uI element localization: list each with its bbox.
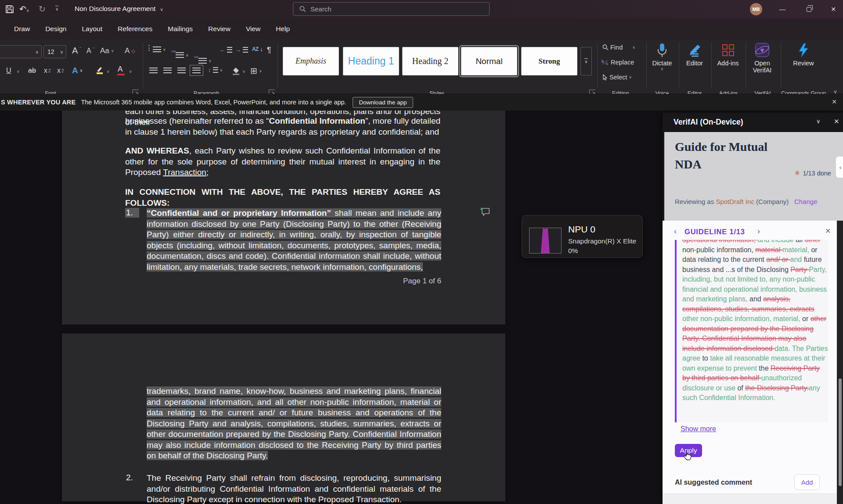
open-verifai-button[interactable]: ▼ Open VerifAI [746, 43, 778, 74]
restore-button[interactable] [799, 0, 818, 18]
document-page-2[interactable]: trademarks, brand name, know-how, busine… [62, 333, 505, 501]
clear-formatting-button[interactable]: A◇ [125, 46, 135, 55]
guide-progress: ✳ 1/13 done [794, 169, 831, 177]
banner-close-icon[interactable]: ✕ [832, 98, 837, 105]
tab-mailings[interactable]: Mailings [167, 23, 194, 35]
dictate-options-icon[interactable]: ∨ [646, 67, 678, 71]
highlight-color-button[interactable] [95, 66, 104, 76]
font-size-combo[interactable]: 12∨ [43, 45, 66, 58]
replace-button[interactable]: bc Replace [602, 59, 634, 66]
dictate-button[interactable]: Dictate ∨ [646, 43, 678, 71]
panel-scrollbar-track[interactable] [837, 221, 843, 504]
group-separator [143, 42, 143, 88]
close-button[interactable]: ✕ [824, 0, 843, 18]
diff-unchanged-text: all [796, 240, 804, 243]
increase-indent-button[interactable]: → [235, 46, 248, 53]
addins-button[interactable]: Add-ins [712, 43, 744, 67]
diff-deleted-text: Party [790, 266, 809, 273]
guideline-close-icon[interactable]: ✕ [825, 227, 831, 235]
verifai-panel-header: VerifAI (On-Device) ∨ ✕ [663, 113, 843, 132]
align-justify-button[interactable] [192, 68, 201, 73]
style-heading2[interactable]: Heading 2 [402, 47, 458, 75]
quick-access-more-icon[interactable]: ∨ [55, 6, 58, 11]
undo-button[interactable]: ↶∨ [19, 0, 29, 20]
shading-button[interactable] [232, 67, 240, 77]
find-button[interactable]: Find∨ [602, 44, 635, 51]
page-number-footer: Page 1 of 6 [403, 277, 441, 286]
highlight-options-icon[interactable]: ∨ [107, 69, 110, 74]
guide-summary-card: Guide for Mutual NDA ✳ 1/13 done Reviewi… [664, 132, 843, 221]
pilcrow-button[interactable]: ¶ [267, 46, 271, 55]
change-entity-link[interactable]: Change [794, 198, 818, 205]
add-comment-button[interactable]: Add [794, 474, 820, 490]
align-left-button[interactable] [149, 68, 158, 73]
underline-button[interactable]: U [6, 67, 11, 75]
font-color-options-icon[interactable]: ∨ [129, 69, 132, 74]
tab-review[interactable]: Review [207, 23, 231, 35]
tab-layout[interactable]: Layout [81, 23, 103, 35]
select-button[interactable]: Select∨ [602, 74, 632, 81]
diff-unchanged-text: the [759, 365, 771, 372]
shading-options-icon[interactable]: ∨ [242, 69, 245, 74]
panel-expand-button[interactable]: ‹ [836, 157, 843, 178]
guideline-prev-icon[interactable]: ‹ [674, 227, 677, 236]
download-app-button[interactable]: Download the app [353, 97, 414, 108]
avatar[interactable]: MB [750, 3, 762, 15]
font-color-button[interactable]: A [118, 65, 122, 74]
redo-button[interactable]: ↻ [39, 0, 46, 18]
tab-draw[interactable]: Draw [13, 23, 31, 35]
ribbon-content: ∨ 12∨ Aˆ Aˇ Aa∨ A◇ U ∨ ab x2 x2 A∨ ∨ A ∨… [0, 39, 843, 94]
tab-help[interactable]: Help [275, 23, 291, 35]
decrease-indent-button[interactable]: ← [220, 46, 232, 53]
underline-options-icon[interactable]: ∨ [17, 69, 20, 74]
review-command-button[interactable]: Review [788, 43, 819, 67]
align-center-button[interactable] [163, 68, 172, 73]
clause-2-text[interactable]: The Receiving Party shall refrain from d… [147, 473, 441, 504]
panel-collapse-icon[interactable]: ∨ [816, 118, 821, 125]
borders-button[interactable]: ⊞∨ [250, 66, 262, 76]
clause-1-continuation-text[interactable]: trademarks, brand name, know-how, busine… [147, 386, 441, 461]
align-right-button[interactable] [177, 68, 186, 73]
text-effects-button[interactable]: A∨ [72, 66, 83, 75]
sort-button[interactable]: AZ↓ [252, 46, 263, 53]
minimize-button[interactable]: — [773, 0, 792, 18]
progress-text: 1/13 done [803, 170, 831, 177]
group-separator [746, 42, 746, 88]
tab-design[interactable]: Design [44, 23, 67, 35]
change-case-button[interactable]: Aa∨ [100, 46, 114, 55]
style-strong[interactable]: Strong [521, 47, 577, 75]
guideline-nav-title: GUIDELINE 1/13 [684, 228, 745, 236]
document-page-1[interactable]: each other's business, assets, financial… [62, 104, 505, 325]
tab-references[interactable]: References [117, 23, 153, 35]
strikethrough-button[interactable]: ab [28, 67, 36, 75]
clause-1-text[interactable]: “Confidential and or proprietary Informa… [147, 208, 441, 272]
tab-view[interactable]: View [245, 23, 261, 35]
style-heading1[interactable]: Heading 1 [343, 47, 399, 75]
superscript-button[interactable]: x2 [57, 67, 64, 75]
panel-scrollbar-thumb[interactable] [839, 379, 842, 486]
shrink-font-button[interactable]: Aˇ [86, 47, 94, 55]
save-icon[interactable] [5, 0, 14, 20]
styles-gallery-more-button[interactable]: ∨ [580, 47, 592, 75]
show-more-link[interactable]: Show more [681, 425, 716, 433]
panel-close-icon[interactable]: ✕ [834, 118, 839, 125]
search-input[interactable]: Search [293, 2, 490, 16]
verifai-panel: VerifAI (On-Device) ∨ ✕ Guide for Mutual… [663, 113, 843, 504]
list-number-2: 2. [126, 473, 133, 483]
group-separator [277, 42, 278, 88]
document-title[interactable]: Non Disclosure Agreement∨ [75, 5, 163, 13]
style-normal[interactable]: Normal [461, 47, 517, 75]
diff-deleted-text: material [755, 246, 782, 254]
diff-inserted-text: and include [758, 240, 796, 243]
subscript-button[interactable]: x2 [44, 67, 51, 75]
margin-comment-icon[interactable]: + [480, 207, 490, 218]
font-name-combo[interactable]: ∨ [0, 45, 42, 58]
lightning-bolt-icon [788, 43, 819, 60]
font-color-swatch [117, 74, 125, 75]
redline-diff-container[interactable]: operational information, and include all… [675, 240, 828, 422]
style-emphasis[interactable]: Emphasis [283, 47, 339, 75]
grow-font-button[interactable]: Aˆ [72, 46, 81, 56]
line-spacing-button[interactable]: ↕∨ [208, 67, 223, 73]
editor-button[interactable]: Editor [679, 43, 710, 67]
guideline-next-icon[interactable]: › [757, 227, 760, 236]
